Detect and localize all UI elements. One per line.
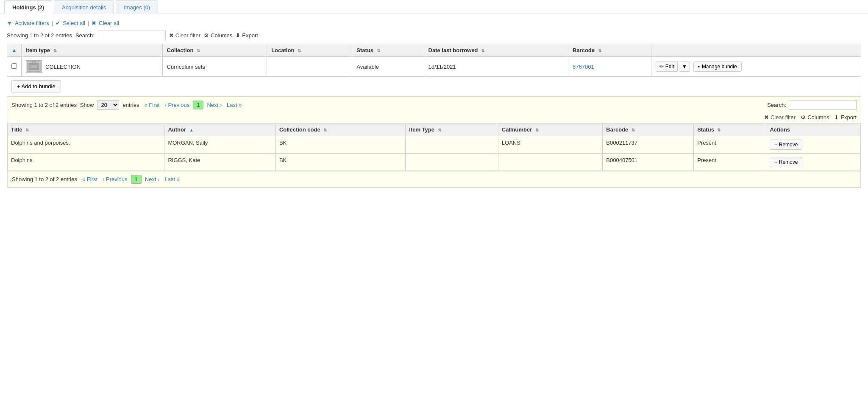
inner-entries-bar-top: Showing 1 to 2 of 2 entries Show 20 10 5… [7,97,861,113]
inner-barcode-cell-1: B000407501 [603,154,694,171]
barcode-link[interactable]: 6767001 [573,64,594,70]
inner-show-select[interactable]: 20 10 50 100 [97,100,119,110]
sort-col-header: ▲ [7,44,22,57]
inner-author-col-header[interactable]: Author ▲ [164,123,276,136]
clear-filter-button[interactable]: ✖ Clear filter [169,32,200,39]
inner-pagination-top: « First ‹ Previous 1 Next › Last » [143,101,244,109]
inner-first-button-bottom[interactable]: « First [81,175,99,183]
manage-bundle-button[interactable]: ▪ Manage bundle [693,62,742,72]
barcode-cell: 6767001 [568,57,651,77]
activate-filters-link[interactable]: Activate filters [15,20,49,26]
inner-actions-cell-1: − Remove [766,154,861,171]
inner-first-button-top[interactable]: « First [143,101,161,109]
sort-up-icon: ▲ [11,47,17,53]
barcode-sort-icon: ⇅ [598,48,601,53]
tab-acquisition[interactable]: Acquisition details [54,0,114,14]
remove-button-1[interactable]: − Remove [770,157,802,167]
status-sort-icon: ⇅ [377,48,380,53]
inner-callnumber-cell-0: LOANS [498,136,603,154]
edit-dropdown-button[interactable]: ▼ [679,62,690,72]
item-type-col-header[interactable]: Item type ⇅ [22,44,163,57]
sep1: | [52,20,53,26]
inner-status-col-header[interactable]: Status ⇅ [694,123,766,136]
inner-barcode-cell-0: B000211737 [603,136,694,154]
status-cell: Available [352,57,424,77]
inner-item-type-col-header[interactable]: Item Type ⇅ [406,123,498,136]
inner-title-cell-0: Dolphins and porpoises. [8,136,164,154]
gear-icon: ⚙ [204,32,209,39]
date-sort-icon: ⇅ [481,48,484,53]
pencil-icon: ✏ [659,64,664,70]
clear-all-x-icon: ✖ [92,20,96,26]
inner-clear-filter-button[interactable]: ✖ Clear filter [764,114,796,120]
inner-showing-text-top: Showing 1 to 2 of 2 entries [11,102,77,108]
filter-icon: ▼ [7,20,12,26]
search-label: Search: [75,32,95,39]
svg-rect-2 [30,65,38,68]
inner-previous-button-top[interactable]: ‹ Previous [163,101,192,109]
inner-pagination-bottom: « First ‹ Previous 1 Next › Last » [81,175,181,184]
inner-last-button-top[interactable]: Last » [225,101,243,109]
inner-search-label: Search: [767,102,786,108]
inner-export-button[interactable]: ⬇ Export [834,114,857,120]
tab-holdings[interactable]: Holdings (2) [4,0,52,14]
tab-bar: Holdings (2) Acquisition details Images … [0,0,868,14]
inner-title-cell-1: Dolphins. [8,154,164,171]
inner-current-page-bottom: 1 [131,175,142,184]
main-content: ▼ Activate filters | ✔ Select all | ✖ Cl… [0,14,868,194]
remove-button-0[interactable]: − Remove [770,140,802,150]
inner-next-button-bottom[interactable]: Next › [143,175,161,183]
inner-author-sort-icon: ▲ [189,128,194,132]
inner-columns-button[interactable]: ⚙ Columns [801,114,829,120]
inner-search-input[interactable] [789,100,857,110]
inner-callnumber-col-header[interactable]: Callnumber ⇅ [498,123,603,136]
status-col-header[interactable]: Status ⇅ [352,44,424,57]
inner-item-type-cell-1 [406,154,498,171]
inner-status-sort-icon: ⇅ [717,128,721,132]
edit-button[interactable]: ✏ Edit [656,62,678,72]
inner-collection-code-sort-icon: ⇅ [323,128,327,132]
inner-item-type-sort-icon: ⇅ [438,128,441,132]
inner-table-header-row: Title ⇅ Author ▲ Collection code ⇅ Item … [8,123,861,136]
inner-previous-button-bottom[interactable]: ‹ Previous [101,175,129,183]
columns-button[interactable]: ⚙ Columns [204,32,232,39]
select-all-link[interactable]: Select all [63,20,85,26]
inner-barcode-col-header[interactable]: Barcode ⇅ [603,123,694,136]
clear-all-link[interactable]: Clear all [99,20,119,26]
inner-actions-cell-0: − Remove [766,136,861,154]
tab-images[interactable]: Images (0) [116,0,158,14]
inner-author-cell-1: RIGGS, Kate [164,154,276,171]
inner-last-button-bottom[interactable]: Last » [163,175,181,183]
inner-callnumber-cell-1 [498,154,603,171]
inner-collection-code-cell-0: BK [275,136,405,154]
inner-show-label: Show [80,102,94,108]
inner-status-cell-0: Present [694,136,766,154]
inner-title-col-header[interactable]: Title ⇅ [8,123,164,136]
svg-rect-3 [32,61,36,63]
collection-sort-icon: ⇅ [197,48,200,53]
download-icon: ⬇ [236,32,240,39]
inner-item-type-cell-0 [406,136,498,154]
inner-collection-code-cell-1: BK [275,154,405,171]
inner-clear-x-icon: ✖ [764,114,769,120]
outer-entries-bar: Showing 1 to 2 of 2 entries Search: ✖ Cl… [7,31,861,40]
search-input[interactable] [98,31,166,40]
collection-col-header[interactable]: Collection ⇅ [162,44,267,57]
table-row: COLLECTION Curriculum sets Available 18/… [7,57,861,77]
inner-collection-code-col-header[interactable]: Collection code ⇅ [275,123,405,136]
date-last-borrowed-col-header[interactable]: Date last borrowed ⇅ [424,44,568,57]
location-col-header[interactable]: Location ⇅ [267,44,352,57]
inner-next-button-top[interactable]: Next › [205,101,223,109]
main-table: ▲ Item type ⇅ Collection ⇅ Location ⇅ St… [7,44,861,96]
inner-table-row: Dolphins and porpoises. MORGAN, Sally BK… [8,136,861,154]
bundle-cell: + Add to bundle [7,77,861,96]
barcode-col-header[interactable]: Barcode ⇅ [568,44,651,57]
main-table-header-row: ▲ Item type ⇅ Collection ⇅ Location ⇅ St… [7,44,861,57]
add-to-bundle-button[interactable]: + Add to bundle [11,80,61,92]
inner-download-icon: ⬇ [834,114,839,120]
inner-actions-col-header: Actions [766,123,861,136]
row-checkbox[interactable] [11,63,17,69]
inner-section: Showing 1 to 2 of 2 entries Show 20 10 5… [7,96,861,188]
inner-actions-row: ✖ Clear filter ⚙ Columns ⬇ Export [7,113,861,123]
export-button[interactable]: ⬇ Export [236,32,258,39]
